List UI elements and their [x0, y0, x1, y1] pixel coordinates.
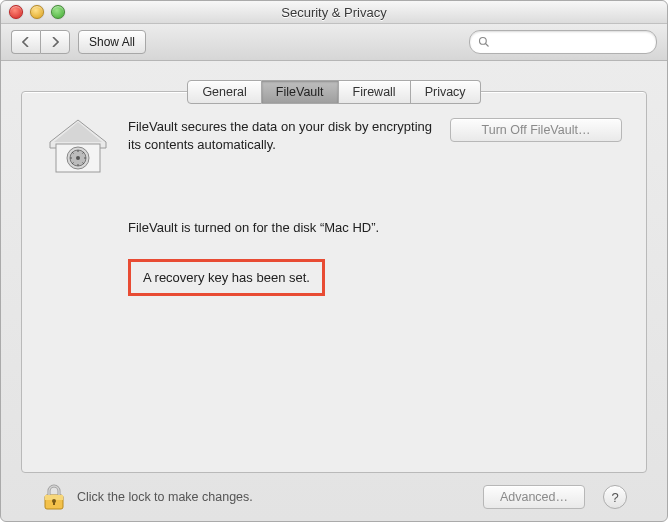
search-icon: [478, 36, 490, 48]
svg-point-15: [76, 156, 80, 160]
show-all-button[interactable]: Show All: [78, 30, 146, 54]
advanced-label: Advanced…: [500, 490, 568, 504]
turn-off-filevault-button[interactable]: Turn Off FileVault…: [450, 118, 622, 142]
tab-general[interactable]: General: [187, 80, 261, 104]
tab-filevault[interactable]: FileVault: [262, 80, 339, 104]
back-button[interactable]: [11, 30, 40, 54]
minimize-button[interactable]: [30, 5, 44, 19]
tab-label: Privacy: [425, 85, 466, 99]
tab-label: Firewall: [353, 85, 396, 99]
advanced-button[interactable]: Advanced…: [483, 485, 585, 509]
header-row: FileVault secures the data on your disk …: [46, 118, 622, 174]
forward-button[interactable]: [40, 30, 70, 54]
settings-pane: General FileVault Firewall Privacy: [21, 91, 647, 473]
content-area: General FileVault Firewall Privacy: [1, 61, 667, 521]
turn-off-label: Turn Off FileVault…: [482, 123, 591, 137]
tab-firewall[interactable]: Firewall: [339, 80, 411, 104]
tab-label: FileVault: [276, 85, 324, 99]
toolbar: Show All: [1, 24, 667, 61]
help-button[interactable]: ?: [603, 485, 627, 509]
lock-hint-text: Click the lock to make changes.: [77, 490, 253, 504]
recovery-key-highlight: A recovery key has been set.: [128, 259, 325, 296]
chevron-right-icon: [51, 37, 59, 47]
window-title: Security & Privacy: [281, 5, 386, 20]
tab-privacy[interactable]: Privacy: [411, 80, 481, 104]
tab-label: General: [202, 85, 246, 99]
help-label: ?: [611, 490, 618, 505]
chevron-left-icon: [22, 37, 30, 47]
show-all-label: Show All: [89, 35, 135, 49]
svg-line-1: [486, 44, 489, 47]
filevault-status: FileVault is turned on for the disk “Mac…: [128, 220, 622, 235]
search-field[interactable]: [469, 30, 657, 54]
tab-bar: General FileVault Firewall Privacy: [22, 80, 646, 104]
zoom-button[interactable]: [51, 5, 65, 19]
preferences-window: Security & Privacy Show All General: [0, 0, 668, 522]
svg-rect-19: [53, 501, 55, 505]
filevault-house-icon: [46, 118, 110, 174]
search-input[interactable]: [494, 34, 648, 50]
footer: Click the lock to make changes. Advanced…: [21, 473, 647, 521]
titlebar: Security & Privacy: [1, 1, 667, 24]
pane-body: FileVault secures the data on your disk …: [22, 92, 646, 316]
traffic-lights: [9, 5, 65, 19]
nav-group: [11, 30, 70, 54]
lock-icon[interactable]: [41, 482, 67, 512]
recovery-key-text: A recovery key has been set.: [143, 270, 310, 285]
filevault-description: FileVault secures the data on your disk …: [128, 118, 432, 153]
close-button[interactable]: [9, 5, 23, 19]
svg-point-0: [480, 38, 487, 45]
svg-marker-4: [54, 122, 102, 142]
